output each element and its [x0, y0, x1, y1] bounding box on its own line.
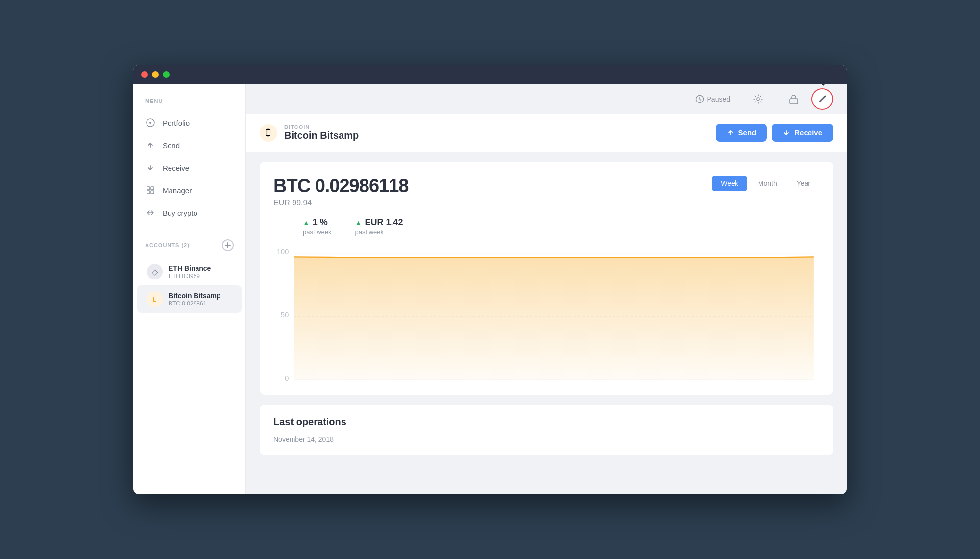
account-item-eth-binance[interactable]: ◇ ETH Binance ETH 0.3959	[137, 258, 242, 285]
balance-block: BTC 0.02986118 EUR 99.94	[273, 176, 408, 207]
topbar: Paused	[246, 84, 847, 114]
paused-label: Paused	[707, 95, 730, 103]
svg-text:Mar 1: Mar 1	[702, 383, 718, 385]
stat-eur: ▲ EUR 1.42 past week	[355, 217, 403, 236]
btc-account-balance: BTC 0.029861	[169, 300, 221, 307]
account-title-text: BITCOIN Bitcoin Bitsamp	[284, 124, 359, 141]
account-item-bitcoin-bitsamp[interactable]: ₿ Bitcoin Bitsamp BTC 0.029861	[137, 285, 242, 313]
btc-account-name: Bitcoin Bitsamp	[169, 292, 221, 300]
btc-logo: ₿	[260, 124, 277, 142]
svg-rect-2	[147, 187, 150, 190]
chart-container: 100 50 0	[273, 248, 819, 385]
svg-text:Feb 27: Feb 27	[492, 383, 513, 385]
receive-icon	[145, 162, 156, 173]
sidebar-item-receive[interactable]: Receive	[133, 157, 245, 178]
sidebar-item-manager[interactable]: Manager	[133, 179, 245, 201]
lock-button[interactable]	[786, 91, 802, 107]
time-filter-year[interactable]: Year	[788, 176, 819, 191]
eth-account-name: ETH Binance	[169, 264, 211, 272]
stat-eur-number: EUR 1.42	[365, 217, 403, 228]
account-header: ₿ BITCOIN Bitcoin Bitsamp Send	[246, 114, 847, 152]
svg-point-7	[757, 98, 760, 101]
receive-button-label: Receive	[794, 128, 822, 137]
close-button[interactable]	[141, 71, 148, 78]
manager-icon	[145, 185, 156, 196]
buy-crypto-icon	[145, 207, 156, 218]
stat-percent: ▲ 1 % past week	[303, 217, 332, 236]
svg-rect-3	[151, 187, 154, 190]
svg-rect-4	[147, 191, 150, 194]
eth-account-balance: ETH 0.3959	[169, 273, 211, 280]
chart-header: BTC 0.02986118 EUR 99.94 Week Month Year	[273, 176, 819, 207]
accounts-header: ACCOUNTS (2)	[133, 239, 245, 258]
account-info-eth: ETH Binance ETH 0.3959	[169, 264, 211, 280]
svg-text:Feb 28: Feb 28	[596, 383, 617, 385]
portfolio-icon	[145, 117, 156, 128]
stat-eur-value: ▲ EUR 1.42	[355, 217, 403, 228]
edit-account-container: Edit account	[811, 88, 833, 110]
svg-text:50: 50	[281, 311, 289, 319]
chart-card: BTC 0.02986118 EUR 99.94 Week Month Year…	[260, 162, 833, 395]
crypto-label: BITCOIN	[284, 124, 359, 130]
svg-text:Feb 26: Feb 26	[389, 383, 409, 385]
time-filter-month[interactable]: Month	[749, 176, 786, 191]
traffic-lights	[141, 71, 170, 78]
sidebar-item-portfolio[interactable]: Portfolio	[133, 112, 245, 133]
receive-button[interactable]: Receive	[772, 124, 833, 142]
eth-icon: ◇	[147, 264, 163, 280]
stat-percent-value: ▲ 1 %	[303, 217, 332, 228]
svg-text:Feb 25: Feb 25	[284, 383, 305, 385]
svg-text:0: 0	[285, 375, 289, 382]
send-button-label: Send	[738, 128, 757, 137]
last-operations-title: Last operations	[273, 416, 819, 428]
time-filter-week[interactable]: Week	[712, 176, 747, 191]
account-info-btc: Bitcoin Bitsamp BTC 0.029861	[169, 292, 221, 307]
sidebar-nav: Portfolio Send Rec	[133, 112, 245, 224]
maximize-button[interactable]	[163, 71, 170, 78]
svg-point-1	[149, 122, 151, 124]
time-filters: Week Month Year	[712, 176, 819, 191]
sidebar-label-receive: Receive	[163, 164, 189, 172]
operations-date: November 14, 2018	[273, 435, 819, 443]
sidebar-label-portfolio: Portfolio	[163, 119, 190, 127]
send-icon	[145, 140, 156, 151]
sidebar-item-send[interactable]: Send	[133, 134, 245, 156]
topbar-divider-2	[776, 93, 776, 105]
minimize-button[interactable]	[152, 71, 159, 78]
paused-status: Paused	[695, 95, 730, 103]
account-name-title: Bitcoin Bitsamp	[284, 130, 359, 141]
btc-icon: ₿	[147, 291, 163, 307]
add-account-button[interactable]	[222, 239, 234, 251]
svg-point-9	[825, 96, 826, 97]
balance-eur: EUR 99.94	[273, 199, 408, 207]
send-button[interactable]: Send	[716, 124, 767, 142]
stat-percent-label: past week	[303, 229, 332, 236]
account-title-block: ₿ BITCOIN Bitcoin Bitsamp	[260, 124, 359, 142]
chart-svg: 100 50 0	[273, 248, 819, 385]
svg-rect-5	[151, 191, 154, 194]
app-window: MENU Portfolio	[133, 65, 847, 494]
edit-account-button[interactable]	[811, 88, 833, 110]
sidebar: MENU Portfolio	[133, 84, 246, 494]
svg-text:100: 100	[277, 248, 289, 255]
sidebar-label-manager: Manager	[163, 186, 192, 195]
stat-percent-number: 1 %	[313, 217, 328, 228]
svg-rect-8	[790, 99, 798, 104]
sidebar-label-send: Send	[163, 141, 180, 150]
accounts-label: ACCOUNTS (2)	[145, 242, 190, 248]
stat-eur-label: past week	[355, 229, 403, 236]
main-content: Paused	[246, 84, 847, 494]
chart-stats: ▲ 1 % past week ▲ EUR 1.42 past week	[273, 217, 819, 236]
balance-btc: BTC 0.02986118	[273, 176, 408, 197]
titlebar	[133, 65, 847, 84]
menu-label: MENU	[133, 98, 245, 112]
sidebar-label-buy-crypto: Buy crypto	[163, 209, 197, 217]
app-body: MENU Portfolio	[133, 84, 847, 494]
last-operations-section: Last operations November 14, 2018	[260, 405, 833, 455]
svg-text:Mar 2: Mar 2	[806, 383, 819, 385]
stat-percent-arrow: ▲	[303, 219, 310, 227]
settings-button[interactable]	[750, 91, 766, 107]
stat-eur-arrow: ▲	[355, 219, 362, 227]
topbar-divider-1	[740, 93, 740, 105]
sidebar-item-buy-crypto[interactable]: Buy crypto	[133, 202, 245, 224]
